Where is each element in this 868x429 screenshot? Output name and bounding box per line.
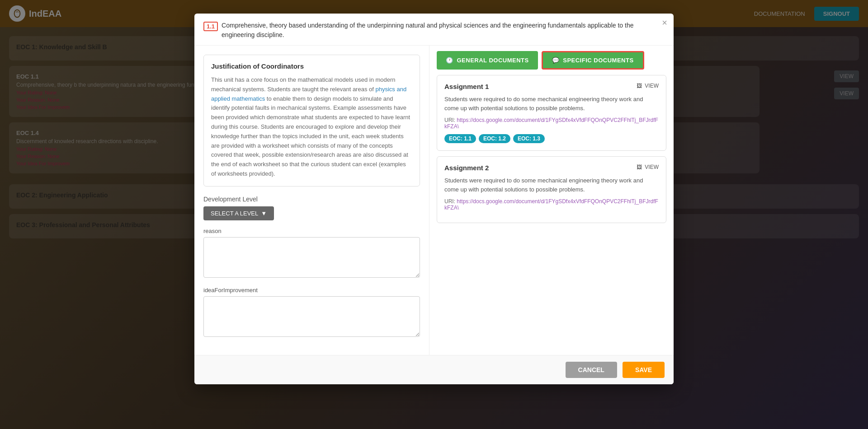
idea-textarea[interactable] xyxy=(203,296,420,337)
assignment-2-header: Assignment 2 🖼 VIEW xyxy=(444,164,659,172)
uri-label-1: URI: xyxy=(444,117,457,123)
reason-section: reason xyxy=(203,228,420,280)
right-panel: 🕐 GENERAL DOCUMENTS 💬 SPECIFIC DOCUMENTS… xyxy=(429,46,674,355)
tag-eoc11: EOC: 1.1 xyxy=(444,134,476,143)
idea-section: ideaForImprovement xyxy=(203,287,420,339)
view-icon-2: 🖼 xyxy=(637,164,642,170)
modal-title-text: Comprehensive, theory based understandin… xyxy=(222,21,665,40)
justification-text: This unit has a core focus on the mathem… xyxy=(211,75,412,179)
dev-level-label: Development Level xyxy=(203,196,420,203)
cancel-button[interactable]: CANCEL xyxy=(566,362,617,378)
assignment-card-1: Assignment 1 🖼 VIEW Students were requir… xyxy=(437,75,666,151)
reason-textarea[interactable] xyxy=(203,237,420,278)
general-docs-icon: 🕐 xyxy=(446,57,453,64)
modal-footer: CANCEL SAVE xyxy=(194,355,674,384)
specific-docs-label: SPECIFIC DOCUMENTS xyxy=(563,57,633,64)
select-level-button[interactable]: SELECT A LEVEL ▼ xyxy=(203,206,274,220)
modal-close-button[interactable]: × xyxy=(662,18,667,27)
general-docs-label: GENERAL DOCUMENTS xyxy=(457,57,529,64)
view-icon-1: 🖼 xyxy=(637,83,642,89)
assignment-1-view-button[interactable]: 🖼 VIEW xyxy=(637,83,659,89)
assignment-1-title: Assignment 1 xyxy=(444,83,489,90)
justification-text-1: This unit has a core focus on the mathem… xyxy=(211,76,396,93)
assignment-2-view-button[interactable]: 🖼 VIEW xyxy=(637,164,659,170)
modal: 1.1 Comprehensive, theory based understa… xyxy=(194,14,674,384)
specific-docs-icon: 💬 xyxy=(552,57,560,64)
justification-text-2: to enable them to design models to simul… xyxy=(211,95,410,177)
save-button[interactable]: SAVE xyxy=(623,362,665,378)
modal-overlay: 1.1 Comprehensive, theory based understa… xyxy=(0,0,868,429)
idea-label: ideaForImprovement xyxy=(203,287,420,294)
justification-card: Justification of Coordinators This unit … xyxy=(203,55,420,187)
assignment-1-tags: EOC: 1.1 EOC: 1.2 EOC: 1.3 xyxy=(444,134,659,143)
modal-title-row: 1.1 Comprehensive, theory based understa… xyxy=(203,21,665,40)
assignment-1-desc: Students were required to do some mechan… xyxy=(444,95,659,112)
view-label-2: VIEW xyxy=(645,164,659,170)
assignment-2-link[interactable]: https://docs.google.com/document/d/1FYgS… xyxy=(444,198,658,211)
select-level-label: SELECT A LEVEL xyxy=(211,210,258,217)
tag-eoc13: EOC: 1.3 xyxy=(513,134,545,143)
reason-label: reason xyxy=(203,228,420,234)
assignment-2-uri: URI: https://docs.google.com/document/d/… xyxy=(444,198,659,211)
assignment-2-desc: Students were required to do some mechan… xyxy=(444,176,659,194)
dev-level-section: Development Level SELECT A LEVEL ▼ xyxy=(203,196,420,220)
modal-eoc-badge: 1.1 xyxy=(203,22,218,31)
assignment-1-uri: URI: https://docs.google.com/document/d/… xyxy=(444,117,659,130)
chevron-down-icon: ▼ xyxy=(261,210,267,217)
specific-documents-tab[interactable]: 💬 SPECIFIC DOCUMENTS xyxy=(542,51,644,70)
justification-title: Justification of Coordinators xyxy=(211,62,412,70)
tag-eoc12: EOC: 1.2 xyxy=(479,134,510,143)
modal-header: 1.1 Comprehensive, theory based understa… xyxy=(194,14,674,46)
assignment-card-2: Assignment 2 🖼 VIEW Students were requir… xyxy=(437,156,666,223)
assignment-2-title: Assignment 2 xyxy=(444,164,489,172)
assignment-1-link[interactable]: https://docs.google.com/document/d/1FYgS… xyxy=(444,117,658,130)
general-documents-tab[interactable]: 🕐 GENERAL DOCUMENTS xyxy=(437,51,538,70)
assignment-1-header: Assignment 1 🖼 VIEW xyxy=(444,83,659,90)
view-label-1: VIEW xyxy=(645,83,659,89)
doc-tabs: 🕐 GENERAL DOCUMENTS 💬 SPECIFIC DOCUMENTS xyxy=(429,46,674,70)
modal-body: Justification of Coordinators This unit … xyxy=(194,46,674,355)
assignments-list: Assignment 1 🖼 VIEW Students were requir… xyxy=(429,70,674,355)
uri-label-2: URI: xyxy=(444,198,457,205)
left-panel: Justification of Coordinators This unit … xyxy=(194,46,429,355)
